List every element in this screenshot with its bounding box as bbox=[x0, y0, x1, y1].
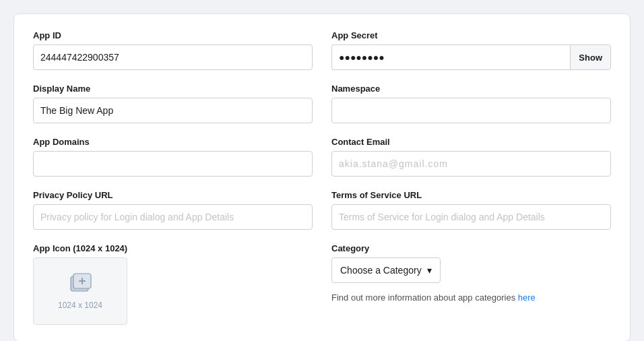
app-id-group: App ID bbox=[33, 30, 313, 70]
terms-service-label: Terms of Service URL bbox=[331, 190, 611, 200]
terms-service-group: Terms of Service URL bbox=[331, 190, 611, 230]
category-dropdown[interactable]: Choose a Category ▾ bbox=[331, 257, 441, 283]
privacy-policy-label: Privacy Policy URL bbox=[33, 190, 313, 200]
privacy-policy-group: Privacy Policy URL bbox=[33, 190, 313, 230]
display-name-input[interactable] bbox=[33, 98, 313, 123]
app-secret-input[interactable] bbox=[331, 44, 570, 70]
app-icon-label: App Icon (1024 x 1024) bbox=[33, 243, 313, 253]
app-secret-group: App Secret Show bbox=[331, 30, 611, 70]
contact-email-group: Contact Email bbox=[331, 137, 611, 177]
app-domains-input[interactable] bbox=[33, 151, 313, 177]
app-id-input[interactable] bbox=[33, 44, 313, 70]
category-info: Find out more information about app cate… bbox=[331, 292, 611, 303]
show-secret-button[interactable]: Show bbox=[570, 44, 611, 70]
category-group: Category Choose a Category ▾ Find out mo… bbox=[331, 243, 611, 325]
app-icon-group: App Icon (1024 x 1024) 1024 x 1024 bbox=[33, 243, 313, 325]
upload-icon bbox=[65, 272, 95, 297]
app-icon-upload[interactable]: 1024 x 1024 bbox=[33, 257, 127, 325]
contact-email-input[interactable] bbox=[331, 151, 611, 177]
contact-email-label: Contact Email bbox=[331, 137, 611, 147]
app-id-label: App ID bbox=[33, 30, 313, 40]
category-label: Category bbox=[331, 243, 611, 253]
namespace-input[interactable] bbox=[331, 98, 611, 123]
namespace-group: Namespace bbox=[331, 84, 611, 123]
namespace-label: Namespace bbox=[331, 84, 611, 94]
category-info-text: Find out more information about app cate… bbox=[331, 292, 515, 303]
terms-service-input[interactable] bbox=[331, 204, 611, 230]
chevron-down-icon: ▾ bbox=[427, 265, 432, 276]
category-info-link[interactable]: here bbox=[518, 292, 536, 303]
app-domains-group: App Domains bbox=[33, 137, 313, 177]
app-secret-label: App Secret bbox=[331, 30, 611, 40]
icon-size-label: 1024 x 1024 bbox=[58, 301, 102, 310]
category-dropdown-label: Choose a Category bbox=[340, 265, 422, 276]
settings-card: App ID App Secret Show Display Name Name… bbox=[13, 13, 631, 341]
privacy-policy-input[interactable] bbox=[33, 204, 313, 230]
display-name-label: Display Name bbox=[33, 84, 313, 94]
form-grid: App ID App Secret Show Display Name Name… bbox=[33, 30, 611, 325]
secret-wrapper: Show bbox=[331, 44, 611, 70]
display-name-group: Display Name bbox=[33, 84, 313, 123]
app-domains-label: App Domains bbox=[33, 137, 313, 147]
